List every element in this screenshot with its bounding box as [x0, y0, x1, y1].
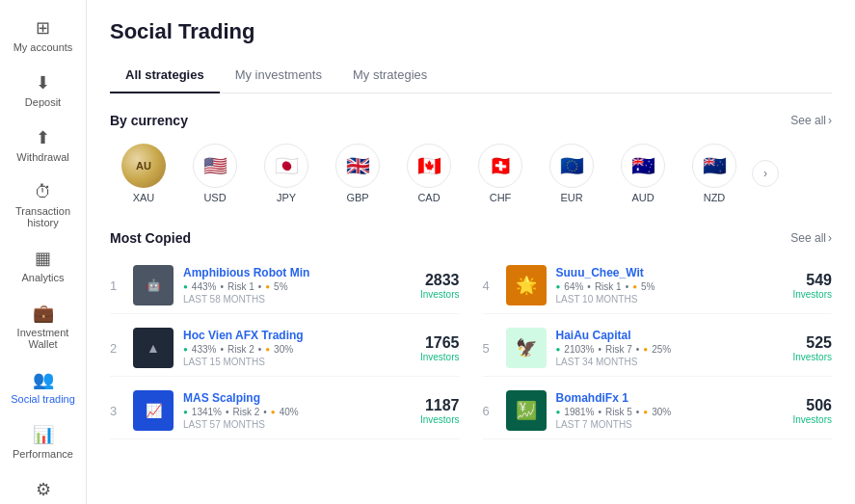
gbp-circle: 🇬🇧: [335, 144, 380, 188]
sidebar: ⊞ My accounts ⬇ Deposit ⬆ Withdrawal ⏱ T…: [0, 0, 87, 504]
strategy-item-4[interactable]: 4 🌟 Suuu_Chee_Wit ● 64% • Risk 1 • ● 5% …: [483, 257, 833, 314]
currency-jpy-label: JPY: [277, 192, 296, 203]
strategy-info-3: MAS Scalping ● 1341% • Risk 2 • ● 40% LA…: [183, 391, 411, 430]
chevron-right-icon: ›: [828, 114, 832, 127]
sidebar-item-performance[interactable]: 📊 Performance: [0, 416, 86, 467]
investors-label-3: Investors: [420, 414, 460, 425]
currency-nzd[interactable]: 🇳🇿 NZD: [681, 140, 748, 207]
investors-count-3: 1187: [420, 397, 460, 414]
strategy-rank-2: 2: [110, 341, 123, 356]
strategy-meta-1: ● 443% • Risk 1 • ● 5%: [183, 281, 411, 292]
carousel-next-arrow[interactable]: ›: [752, 160, 779, 187]
currency-gbp[interactable]: 🇬🇧 GBP: [324, 140, 391, 207]
jpy-circle: 🇯🇵: [264, 144, 308, 188]
strategy-item-5[interactable]: 5 🦅 HaiAu Capital ● 2103% • Risk 7 • ● 2…: [483, 320, 833, 377]
strategy-age-1: LAST 58 MONTHS: [183, 294, 411, 305]
strategy-info-5: HaiAu Capital ● 2103% • Risk 7 • ● 25% L…: [556, 329, 784, 367]
currency-see-all[interactable]: See all ›: [790, 114, 832, 127]
investors-count-5: 525: [792, 334, 832, 352]
most-copied-see-all[interactable]: See all ›: [790, 231, 832, 245]
strategy-name-4: Suuu_Chee_Wit: [556, 266, 784, 279]
sidebar-item-my-accounts[interactable]: ⊞ My accounts: [0, 10, 86, 61]
strategy-name-2: Hoc Vien AFX Trading: [183, 329, 411, 342]
strategy-investors-4: 549 Investors: [792, 272, 832, 300]
currency-section-header: By currency See all ›: [110, 113, 832, 128]
strategy-item-1[interactable]: 1 🤖 Amphibious Robot Min ● 443% • Risk 1…: [110, 257, 460, 314]
investors-count-4: 549: [792, 272, 832, 289]
return-dot-1: ●: [183, 282, 188, 291]
currency-aud-label: AUD: [631, 192, 654, 203]
currency-section-title: By currency: [110, 113, 188, 128]
withdrawal-icon: ⬆: [36, 127, 50, 148]
sidebar-item-investment-wallet[interactable]: 💼 Investment Wallet: [0, 295, 86, 358]
investors-label-5: Investors: [792, 352, 832, 362]
currency-usd[interactable]: 🇺🇸 USD: [181, 140, 249, 207]
strategy-name-3: MAS Scalping: [183, 391, 411, 405]
page-title: Social Trading: [110, 19, 832, 44]
strategy-investors-6: 506 Investors: [792, 397, 832, 425]
return-dot-6: ●: [556, 408, 561, 416]
strategies-grid: 1 🤖 Amphibious Robot Min ● 443% • Risk 1…: [110, 257, 832, 439]
currency-gbp-label: GBP: [346, 192, 368, 203]
strategy-investors-5: 525 Investors: [792, 334, 832, 362]
sidebar-item-deposit[interactable]: ⬇ Deposit: [0, 65, 86, 116]
chf-circle: 🇨🇭: [478, 144, 522, 188]
strategy-investors-1: 2833 Investors: [420, 272, 460, 300]
cad-circle: 🇨🇦: [407, 144, 451, 188]
strategy-rank-3: 3: [110, 404, 123, 418]
deposit-icon: ⬇: [36, 72, 50, 93]
strategy-name-1: Amphibious Robot Min: [183, 266, 411, 279]
drawdown-dot-5: ●: [643, 345, 648, 354]
strategy-avatar-5: 🦅: [506, 328, 547, 368]
strategy-meta-3: ● 1341% • Risk 2 • ● 40%: [183, 407, 411, 417]
currency-aud[interactable]: 🇦🇺 AUD: [609, 140, 677, 207]
strategy-info-4: Suuu_Chee_Wit ● 64% • Risk 1 • ● 5% LAST…: [556, 266, 784, 305]
return-dot-3: ●: [183, 408, 188, 416]
strategy-name-5: HaiAu Capital: [556, 329, 784, 342]
strategy-info-1: Amphibious Robot Min ● 443% • Risk 1 • ●…: [183, 266, 411, 305]
currency-jpy[interactable]: 🇯🇵 JPY: [253, 140, 320, 207]
currency-xau[interactable]: AU XAU: [110, 140, 177, 207]
aud-circle: 🇦🇺: [621, 144, 665, 188]
investors-label-6: Investors: [792, 414, 832, 425]
xau-circle: AU: [121, 144, 166, 188]
sidebar-item-analytics[interactable]: ▦ Analytics: [0, 240, 86, 291]
strategy-age-3: LAST 57 MONTHS: [183, 419, 411, 430]
strategy-age-6: LAST 7 MONTHS: [556, 419, 784, 430]
strategy-item-3[interactable]: 3 📈 MAS Scalping ● 1341% • Risk 2 • ● 40…: [110, 383, 460, 439]
wallet-icon: 💼: [33, 303, 54, 324]
main-content: Social Trading All strategies My investm…: [87, 0, 855, 504]
investors-label-4: Investors: [792, 289, 832, 300]
eur-circle: 🇪🇺: [549, 144, 594, 188]
sidebar-item-transaction-history[interactable]: ⏱ Transaction history: [0, 174, 86, 236]
sidebar-item-settings[interactable]: ⚙ Settings New: [0, 471, 86, 504]
strategy-item-6[interactable]: 6 💹 BomahdiFx 1 ● 1981% • Risk 5 • ● 30%…: [483, 383, 833, 439]
currency-usd-label: USD: [203, 192, 226, 203]
usd-circle: 🇺🇸: [193, 144, 237, 188]
tab-all-strategies[interactable]: All strategies: [110, 60, 220, 93]
strategy-info-6: BomahdiFx 1 ● 1981% • Risk 5 • ● 30% LAS…: [556, 391, 784, 430]
currency-cad-label: CAD: [417, 192, 440, 203]
strategy-item-2[interactable]: 2 ▲ Hoc Vien AFX Trading ● 433% • Risk 2…: [110, 320, 460, 377]
strategy-meta-6: ● 1981% • Risk 5 • ● 30%: [556, 407, 784, 417]
currency-chf[interactable]: 🇨🇭 CHF: [467, 140, 534, 207]
strategy-name-6: BomahdiFx 1: [556, 391, 784, 405]
strategy-info-2: Hoc Vien AFX Trading ● 433% • Risk 2 • ●…: [183, 329, 411, 367]
currency-eur-label: EUR: [560, 192, 582, 203]
most-copied-title: Most Copied: [110, 230, 191, 246]
grid-icon: ⊞: [36, 17, 50, 39]
strategy-avatar-6: 💹: [506, 390, 547, 431]
investors-label-1: Investors: [420, 289, 460, 300]
sidebar-item-social-trading[interactable]: 👥 Social trading: [0, 361, 86, 412]
currency-eur[interactable]: 🇪🇺 EUR: [538, 140, 605, 207]
tab-my-strategies[interactable]: My strategies: [337, 60, 442, 93]
social-trading-icon: 👥: [33, 369, 54, 390]
tab-my-investments[interactable]: My investments: [220, 60, 337, 93]
strategy-investors-2: 1765 Investors: [420, 334, 460, 362]
sidebar-item-withdrawal[interactable]: ⬆ Withdrawal: [0, 119, 86, 171]
drawdown-dot-2: ●: [265, 345, 270, 354]
strategy-meta-2: ● 433% • Risk 2 • ● 30%: [183, 344, 411, 355]
currency-cad[interactable]: 🇨🇦 CAD: [395, 140, 463, 207]
strategy-rank-5: 5: [483, 341, 496, 356]
strategy-meta-5: ● 2103% • Risk 7 • ● 25%: [556, 344, 784, 355]
